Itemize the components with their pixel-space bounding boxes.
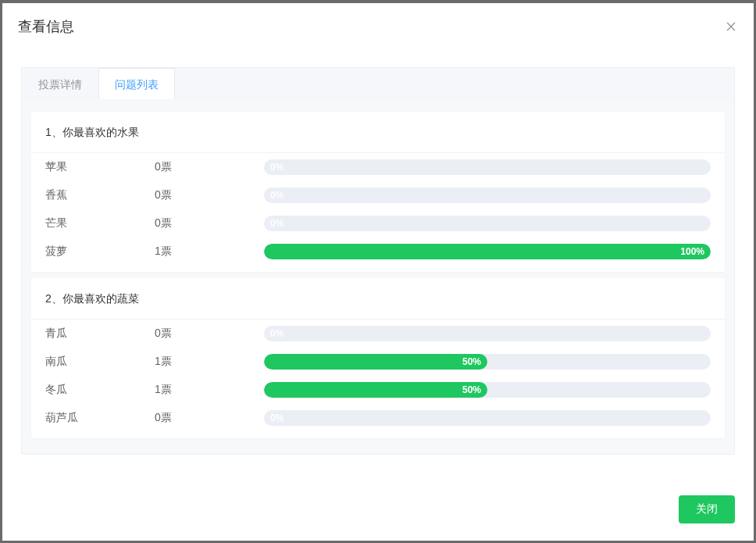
progress-fill: 50% (264, 354, 487, 370)
progress-label: 0% (270, 216, 284, 231)
question-title: 2、你最喜欢的蔬菜 (31, 278, 725, 320)
question-title-text: 你最喜欢的蔬菜 (62, 292, 139, 305)
question-index: 1、 (45, 126, 62, 138)
tabs-content: 1、你最喜欢的水果苹果0票0%香蕉0票0%芒果0票0%菠萝1票100%2、你最喜… (22, 99, 734, 454)
option-row: 冬瓜1票50% (31, 376, 725, 404)
progress-track: 0% (264, 159, 711, 175)
progress-label: 0% (270, 159, 284, 175)
option-row: 葫芦瓜0票0% (31, 404, 725, 432)
progress-track: 100% (264, 244, 711, 259)
option-row: 菠萝1票100% (31, 238, 725, 266)
progress-track: 0% (264, 326, 711, 341)
dialog-footer: 关闭 (2, 480, 754, 541)
progress-track: 50% (264, 382, 711, 398)
progress-track: 0% (264, 216, 711, 231)
progress-track: 50% (264, 354, 711, 370)
tab-details[interactable]: 投票详情 (22, 68, 98, 99)
question-index: 2、 (45, 292, 62, 305)
option-name: 香蕉 (45, 188, 155, 202)
progress-track: 0% (264, 410, 711, 426)
close-button[interactable]: 关闭 (679, 495, 735, 523)
progress-fill: 50% (264, 382, 487, 398)
tab-questions[interactable]: 问题列表 (98, 68, 175, 99)
option-count: 1票 (155, 355, 264, 369)
option-count: 1票 (155, 383, 264, 397)
content-card: 投票详情问题列表 1、你最喜欢的水果苹果0票0%香蕉0票0%芒果0票0%菠萝1票… (21, 67, 735, 455)
modal-backdrop: 查看信息 投票详情问题列表 1、你最喜欢的水果苹果0票0%香蕉0票0%芒果0票0… (0, 0, 756, 543)
option-name: 芒果 (45, 216, 155, 230)
option-count: 0票 (155, 327, 264, 341)
option-name: 青瓜 (45, 327, 155, 341)
dialog-title: 查看信息 (18, 17, 74, 36)
option-count: 1票 (155, 245, 264, 259)
option-name: 苹果 (45, 160, 155, 174)
option-row: 芒果0票0% (31, 209, 725, 238)
progress-label: 0% (270, 188, 284, 203)
option-count: 0票 (155, 160, 264, 174)
question-title: 1、你最喜欢的水果 (31, 112, 725, 153)
option-row: 苹果0票0% (31, 153, 725, 181)
option-count: 0票 (155, 411, 264, 425)
option-row: 南瓜1票50% (31, 348, 725, 376)
info-dialog: 查看信息 投票详情问题列表 1、你最喜欢的水果苹果0票0%香蕉0票0%芒果0票0… (2, 3, 754, 541)
progress-fill: 100% (264, 244, 711, 259)
tabs-header: 投票详情问题列表 (22, 68, 734, 99)
option-name: 葫芦瓜 (45, 411, 155, 425)
question-title-text: 你最喜欢的水果 (62, 126, 139, 138)
option-name: 菠萝 (45, 245, 155, 259)
option-count: 0票 (155, 188, 264, 202)
question-block: 1、你最喜欢的水果苹果0票0%香蕉0票0%芒果0票0%菠萝1票100% (31, 112, 725, 272)
option-name: 冬瓜 (45, 383, 155, 397)
question-block: 2、你最喜欢的蔬菜青瓜0票0%南瓜1票50%冬瓜1票50%葫芦瓜0票0% (31, 278, 725, 438)
progress-label: 50% (456, 384, 487, 395)
progress-track: 0% (264, 188, 711, 203)
option-row: 青瓜0票0% (31, 320, 725, 348)
option-row: 香蕉0票0% (31, 181, 725, 209)
close-icon[interactable] (724, 20, 738, 34)
dialog-header: 查看信息 (2, 3, 754, 48)
progress-label: 0% (270, 326, 284, 341)
progress-label: 100% (674, 246, 711, 257)
option-name: 南瓜 (45, 355, 155, 369)
progress-label: 50% (456, 356, 487, 367)
option-count: 0票 (155, 216, 264, 230)
dialog-body: 投票详情问题列表 1、你最喜欢的水果苹果0票0%香蕉0票0%芒果0票0%菠萝1票… (2, 48, 754, 480)
progress-label: 0% (270, 410, 284, 426)
